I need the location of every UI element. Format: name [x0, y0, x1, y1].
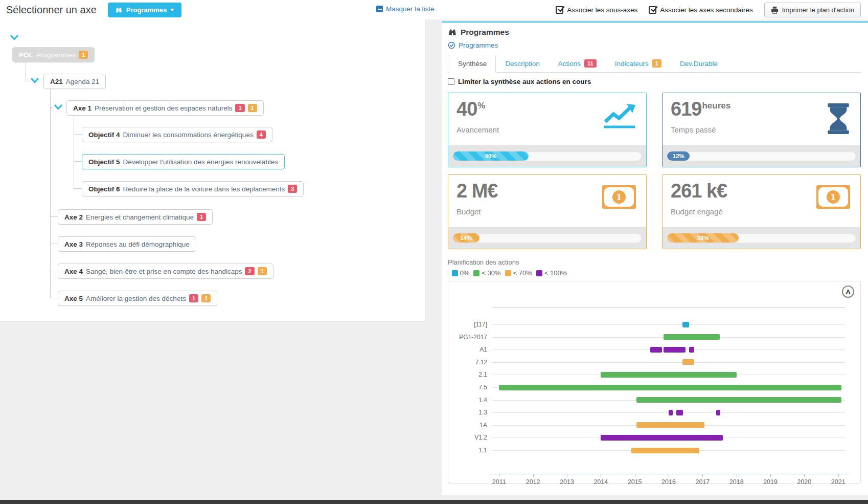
axis-tick-label: 2017	[691, 478, 714, 486]
tree-node-objectif-5[interactable]: Objectif 5Développer l'utilisation des é…	[82, 154, 285, 169]
tree-node-objectif-4[interactable]: Objectif 4Diminuer les consommations éne…	[82, 127, 272, 142]
gantt-bar[interactable]	[664, 347, 686, 353]
legend-color-swatch	[536, 270, 542, 276]
chevron-down-icon[interactable]	[10, 35, 18, 40]
check-circle-icon	[448, 41, 455, 49]
detail-panel: Programmes Programmes SynthèseDescriptio…	[442, 21, 868, 495]
checkbox-checked-icon	[556, 6, 563, 14]
progress-fill: 40%	[453, 151, 529, 161]
tab-indicateurs[interactable]: Indicateurs1	[606, 54, 671, 73]
tree-node-axe-5[interactable]: Axe 5Améliorer la gestion des déchets11	[58, 291, 217, 306]
tree-connector	[26, 62, 31, 81]
chevron-down-icon[interactable]	[54, 104, 62, 110]
gantt-bar[interactable]	[669, 410, 673, 415]
stat-unit: heures	[702, 101, 730, 111]
gantt-bar[interactable]	[682, 322, 689, 327]
tree-node-label: Développer l'utilisation des énergies re…	[123, 158, 279, 166]
count-badge: 1	[201, 294, 211, 302]
tree-node-pol[interactable]: POLProgrammes1	[12, 47, 95, 62]
tree-node-a21[interactable]: A21Agenda 21	[43, 74, 106, 89]
trend-up-icon	[603, 103, 636, 129]
chart-row-label: [117]	[449, 321, 487, 328]
banknote-icon: 1	[816, 185, 850, 209]
tab-bar: SynthèseDescriptionActions11Indicateurs1…	[448, 54, 861, 73]
tree-node-axe-1[interactable]: Axe 1Préservation et gestion des espaces…	[66, 100, 264, 116]
gantt-bar[interactable]	[716, 410, 720, 415]
gantt-bar[interactable]	[664, 334, 719, 340]
axis-tick-label: 2020	[792, 478, 816, 486]
tree-node-label: Energies et changement climatique	[86, 213, 194, 221]
axis-tick	[567, 474, 567, 477]
tab-badge: 11	[584, 59, 597, 68]
progress-fill: 14%	[453, 233, 479, 243]
breadcrumb[interactable]: Programmes	[448, 41, 861, 49]
stat-unit: %	[477, 101, 485, 111]
filter-row: Limiter la synthèse aux actions en cours	[448, 78, 861, 85]
stat-number: 261 k€	[671, 180, 727, 202]
tree-connector	[74, 116, 82, 189]
filter-checkbox-label: Limiter la synthèse aux actions en cours	[458, 78, 591, 85]
chart-row-label: A1	[449, 346, 487, 353]
checkbox-unchecked-icon[interactable]	[448, 78, 454, 85]
tree-node-code: Axe 1	[73, 104, 92, 112]
tab-actions[interactable]: Actions11	[549, 54, 606, 73]
count-badge: 1	[197, 213, 206, 221]
gantt-bar[interactable]	[636, 422, 704, 428]
axis-tree-pane: POLProgrammes1A21Agenda 21Axe 1Préservat…	[0, 19, 426, 322]
gantt-bar[interactable]	[601, 435, 723, 441]
gantt-bar[interactable]	[676, 410, 683, 415]
axis-tick	[533, 474, 534, 477]
checkbox-checked-icon	[649, 6, 656, 14]
axis-tick	[601, 474, 601, 477]
progress-footer: 38%	[663, 227, 860, 249]
programmes-dropdown-button[interactable]: Programmes	[108, 3, 181, 17]
chevron-down-icon[interactable]	[31, 78, 39, 83]
legend-label: < 70%	[513, 269, 532, 277]
legend-item: < 100%	[536, 269, 567, 277]
chart-row-label: PG1-2017	[449, 334, 487, 341]
gantt-bar[interactable]	[636, 397, 841, 403]
checkbox-associate-sub-axes[interactable]: Associer les sous-axes	[556, 6, 637, 14]
axis-tick	[737, 474, 737, 477]
tree-node-axe-4[interactable]: Axe 4Sangé, bien-être et prise en compte…	[58, 264, 273, 279]
tree-node-code: Axe 5	[64, 295, 83, 302]
tab-dev-durable[interactable]: Dev.Durable	[671, 55, 727, 73]
axis-tick-label: 2019	[759, 478, 782, 486]
stat-card-budget-engag: 261 k€Budget engagé138%	[662, 174, 861, 249]
checkbox-associate-secondary-axes[interactable]: Associer les axes secondaires	[649, 6, 753, 14]
tab-description[interactable]: Description	[496, 55, 549, 73]
tree-node-label: Diminuer les consommations énergétiques	[123, 131, 254, 139]
legend-prefix: :	[448, 269, 450, 277]
chart-logo-icon[interactable]: Λ	[842, 286, 854, 298]
gantt-bar[interactable]	[650, 347, 662, 353]
axis-tick	[499, 474, 499, 477]
tree-node-axe-2[interactable]: Axe 2Energies et changement climatique1	[58, 209, 213, 225]
bottom-bar	[0, 500, 868, 504]
stat-card-body: 261 k€Budget engagé1	[663, 175, 860, 227]
legend-item: < 70%	[505, 269, 532, 277]
gantt-bar[interactable]	[682, 359, 694, 365]
hide-list-link[interactable]: Masquer la liste	[376, 5, 435, 13]
axis-tick	[770, 474, 771, 477]
chart-row-label: 1.3	[449, 409, 487, 416]
progress-track: 14%	[453, 233, 642, 243]
axis-tick-label: 2016	[657, 478, 680, 486]
progress-track: 38%	[667, 233, 856, 243]
tree-node-label: Sangé, bien-être et prise en compte des …	[86, 268, 242, 275]
tree-node-axe-3[interactable]: Axe 3Réponses au défi démographique	[58, 236, 196, 252]
panel-title: Programmes	[461, 28, 509, 37]
binoculars-icon	[448, 28, 457, 37]
tab-synth-se[interactable]: Synthèse	[449, 55, 496, 73]
tree-node-label: Réduire la place de la voiture dans les …	[123, 185, 285, 193]
gantt-bar[interactable]	[689, 347, 694, 353]
gantt-bar[interactable]	[499, 385, 841, 390]
tree-node-code: Objectif 6	[88, 185, 120, 193]
tree-node-label: Agenda 21	[66, 78, 99, 85]
print-action-plan-button[interactable]: Imprimer le plan d'action	[764, 3, 861, 17]
gantt-bar[interactable]	[631, 448, 699, 453]
tree-node-objectif-6[interactable]: Objectif 6Réduire la place de la voiture…	[82, 181, 304, 196]
count-badge: 1	[79, 51, 88, 59]
programmes-button-label: Programmes	[126, 6, 167, 14]
gantt-bar[interactable]	[601, 372, 736, 378]
axis-tick	[838, 474, 839, 477]
